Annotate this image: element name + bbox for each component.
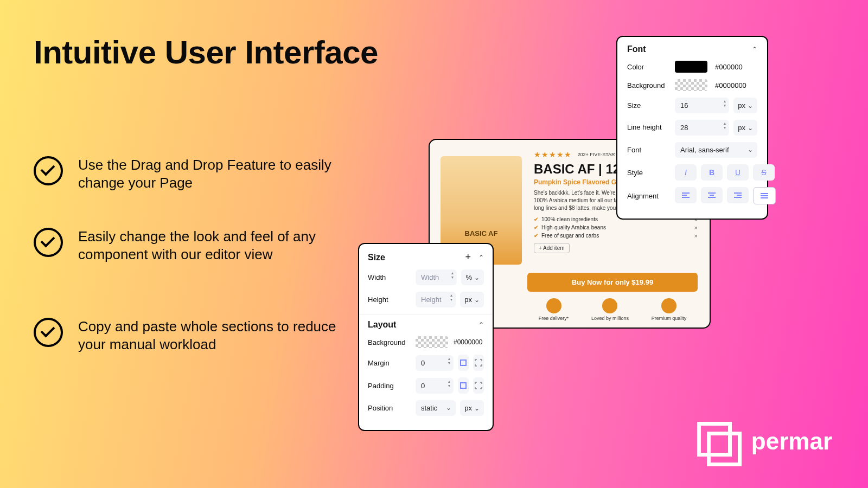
- position-unit-select[interactable]: px⌄: [460, 400, 484, 416]
- heart-icon: [602, 298, 617, 313]
- badge-delivery: Free delivery*: [539, 298, 569, 321]
- buy-button[interactable]: Buy Now for only $19.99: [527, 273, 698, 292]
- color-swatch[interactable]: [675, 61, 707, 73]
- padding-input[interactable]: 0▴▾: [416, 378, 454, 394]
- background-label: Background: [627, 81, 675, 89]
- feature-item-3: Copy and paste whole sections to reduce …: [34, 318, 337, 353]
- line-height-label: Line height: [627, 124, 675, 131]
- bold-button[interactable]: B: [701, 164, 723, 181]
- chevron-down-icon: ⌄: [474, 274, 480, 281]
- width-label: Width: [368, 273, 416, 281]
- size-unit-select[interactable]: px⌄: [733, 98, 757, 113]
- brand-logo: permar: [697, 422, 832, 461]
- feature-text: Copy and paste whole sections to reduce …: [78, 318, 337, 353]
- close-icon[interactable]: ×: [694, 224, 698, 231]
- size-input[interactable]: 16▴▾: [675, 98, 729, 113]
- logo-icon: [697, 422, 736, 461]
- stepper-icon[interactable]: ▴▾: [448, 357, 450, 365]
- chevron-down-icon: ⌄: [474, 296, 480, 304]
- chevron-up-icon[interactable]: ⌃: [478, 254, 484, 261]
- line-height-input[interactable]: 28▴▾: [675, 120, 729, 136]
- stepper-icon[interactable]: ▴▾: [724, 121, 726, 130]
- page-title: Intuitive User Interface: [34, 34, 378, 71]
- font-panel: Font ⌃ Color #000000 Background #0000000…: [616, 36, 768, 220]
- font-label: Font: [627, 146, 675, 154]
- chevron-down-icon: ⌄: [748, 124, 753, 132]
- line-height-unit-select[interactable]: px⌄: [733, 120, 757, 136]
- check-icon: ✔: [534, 216, 541, 222]
- chevron-down-icon: ⌄: [748, 102, 753, 110]
- star-icon: ★★★★★: [534, 150, 572, 159]
- color-label: Color: [627, 63, 675, 71]
- add-item-button[interactable]: + Add item: [534, 243, 570, 253]
- check-icon: ✔: [534, 233, 541, 239]
- award-icon: [661, 298, 676, 313]
- brand-name: permar: [751, 428, 832, 455]
- style-label: Style: [627, 169, 675, 177]
- alignment-label: Alignment: [627, 192, 675, 200]
- feature-item-2: Easily change the look and feel of any c…: [34, 228, 337, 263]
- position-select[interactable]: static⌄: [416, 400, 456, 416]
- stepper-icon[interactable]: ▴▾: [450, 293, 452, 302]
- feature-item-1: Use the Drag and Drop Feature to easily …: [34, 156, 337, 191]
- margin-expand-icon[interactable]: [473, 355, 484, 371]
- align-right-button[interactable]: [727, 187, 749, 203]
- section-title-size: Size: [368, 253, 385, 262]
- margin-input[interactable]: 0▴▾: [416, 355, 454, 371]
- size-label: Size: [627, 101, 675, 110]
- padding-label: Padding: [368, 382, 416, 390]
- section-title-font: Font: [627, 44, 646, 54]
- bullet-text: 100% clean ingredients: [541, 216, 598, 222]
- check-icon: [34, 318, 63, 347]
- check-icon: [34, 156, 63, 185]
- svg-rect-1: [461, 383, 466, 388]
- close-icon[interactable]: ×: [694, 233, 698, 239]
- height-label: Height: [368, 296, 416, 304]
- height-unit-select[interactable]: px⌄: [460, 292, 484, 307]
- chevron-up-icon[interactable]: ⌃: [478, 321, 484, 329]
- background-swatch[interactable]: [675, 79, 707, 91]
- chevron-down-icon: ⌄: [446, 404, 451, 412]
- check-icon: [34, 228, 63, 257]
- check-icon: ✔: [534, 224, 541, 230]
- chevron-down-icon: ⌄: [474, 404, 480, 412]
- chevron-up-icon[interactable]: ⌃: [752, 46, 757, 53]
- width-unit-select[interactable]: %⌄: [461, 269, 484, 285]
- chevron-down-icon: ⌄: [748, 146, 753, 153]
- background-value: #0000000: [715, 81, 746, 89]
- align-center-button[interactable]: [701, 187, 723, 203]
- padding-link-icon[interactable]: [458, 377, 469, 394]
- margin-label: Margin: [368, 359, 416, 367]
- color-value: #000000: [715, 63, 743, 71]
- stepper-icon[interactable]: ▴▾: [448, 380, 450, 388]
- stepper-icon[interactable]: ▴▾: [724, 99, 726, 108]
- size-panel: Size + ⌃ Width Width▴▾ %⌄ Height Height▴…: [358, 243, 494, 431]
- background-label: Background: [368, 338, 416, 346]
- marketing-slide: Intuitive User Interface Use the Drag an…: [0, 0, 868, 488]
- product-bullets: ✔100% clean ingredients× ✔High-quality A…: [534, 216, 698, 239]
- bullet-text: High-quality Arabica beans: [541, 224, 606, 230]
- background-swatch[interactable]: [416, 336, 448, 348]
- underline-button[interactable]: U: [727, 164, 749, 181]
- align-left-button[interactable]: [675, 187, 697, 203]
- plus-icon[interactable]: +: [465, 252, 471, 263]
- feature-text: Use the Drag and Drop Feature to easily …: [78, 156, 337, 191]
- italic-button[interactable]: I: [675, 164, 697, 181]
- section-title-layout: Layout: [368, 320, 396, 330]
- truck-icon: [546, 298, 561, 313]
- font-family-select[interactable]: Arial, sans-serif⌄: [675, 142, 757, 158]
- bullet-text: Free of sugar and carbs: [541, 233, 599, 239]
- width-input[interactable]: Width▴▾: [416, 269, 457, 285]
- margin-link-icon[interactable]: [458, 355, 469, 371]
- stepper-icon[interactable]: ▴▾: [451, 271, 454, 280]
- padding-expand-icon[interactable]: [473, 377, 484, 394]
- position-label: Position: [368, 404, 416, 412]
- align-justify-button[interactable]: [753, 187, 776, 204]
- badge-loved: Loved by millions: [591, 298, 629, 321]
- svg-rect-0: [461, 360, 466, 365]
- height-input[interactable]: Height▴▾: [416, 292, 456, 307]
- strikethrough-button[interactable]: S: [753, 164, 775, 181]
- badge-quality: Premium quality: [652, 298, 687, 321]
- background-value: #0000000: [454, 338, 482, 346]
- feature-text: Easily change the look and feel of any c…: [78, 228, 337, 263]
